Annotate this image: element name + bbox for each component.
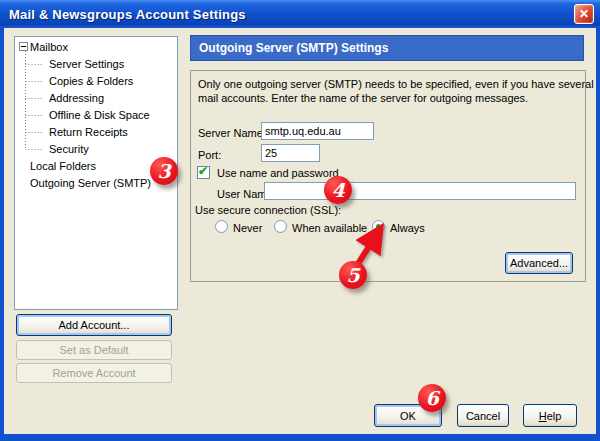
annotation-step-3: 3: [150, 157, 178, 185]
port-input[interactable]: [261, 144, 320, 162]
ssl-when-available-radio[interactable]: [274, 220, 287, 233]
annotation-step-4: 4: [324, 176, 352, 204]
tree-item-server-settings[interactable]: Server Settings: [49, 56, 124, 73]
close-icon[interactable]: ✕: [574, 4, 594, 24]
account-settings-dialog: Mail & Newsgroups Account Settings ✕ Mai…: [0, 0, 600, 441]
use-name-password-checkbox[interactable]: ✔: [197, 166, 210, 179]
tree-item-copies-folders[interactable]: Copies & Folders: [49, 73, 133, 90]
help-label-rest: elp: [547, 410, 562, 422]
description-line-2: mail accounts. Enter the name of the ser…: [198, 92, 528, 105]
add-account-button[interactable]: Add Account...: [16, 314, 172, 336]
ssl-always-label: Always: [390, 222, 425, 235]
tree-item-return-receipts[interactable]: Return Receipts: [49, 124, 128, 141]
title-bar: Mail & Newsgroups Account Settings ✕: [0, 0, 600, 28]
tree-item-outgoing-smtp[interactable]: Outgoing Server (SMTP): [30, 175, 151, 192]
dialog-content: Mailbox Server Settings Copies & Folders…: [4, 28, 596, 434]
set-as-default-button: Set as Default: [16, 340, 172, 360]
tree-item-offline-disk[interactable]: Offline & Disk Space: [49, 107, 150, 124]
cancel-button[interactable]: Cancel: [457, 404, 509, 427]
server-name-input[interactable]: [261, 122, 374, 140]
advanced-button[interactable]: Advanced...: [505, 252, 573, 274]
remove-account-button: Remove Account: [16, 363, 172, 383]
annotation-step-5: 5: [339, 261, 367, 289]
annotation-step-6: 6: [418, 384, 446, 412]
server-name-label: Server Name:: [198, 127, 266, 140]
tree-item-local-folders[interactable]: Local Folders: [30, 158, 96, 175]
ssl-never-radio[interactable]: [215, 220, 228, 233]
user-name-input[interactable]: [264, 182, 576, 200]
ssl-never-label: Never: [233, 222, 262, 235]
description-line-1: Only one outgoing server (SMTP) needs to…: [198, 78, 594, 91]
tree-item-addressing[interactable]: Addressing: [49, 90, 104, 107]
help-accesskey: H: [539, 410, 547, 422]
help-button[interactable]: Help: [523, 404, 577, 427]
tree-item-mailbox[interactable]: Mailbox: [30, 39, 68, 56]
panel-header-title: Outgoing Server (SMTP) Settings: [199, 41, 388, 55]
ssl-label: Use secure connection (SSL):: [195, 204, 341, 217]
window-title: Mail & Newsgroups Account Settings: [0, 7, 246, 22]
checkmark-icon: ✔: [198, 164, 208, 178]
tree-item-security[interactable]: Security: [49, 141, 89, 158]
collapse-icon[interactable]: [19, 42, 28, 51]
use-name-password-label: Use name and password: [217, 167, 339, 180]
panel-header: Outgoing Server (SMTP) Settings: [190, 35, 584, 61]
port-label: Port:: [198, 149, 221, 162]
